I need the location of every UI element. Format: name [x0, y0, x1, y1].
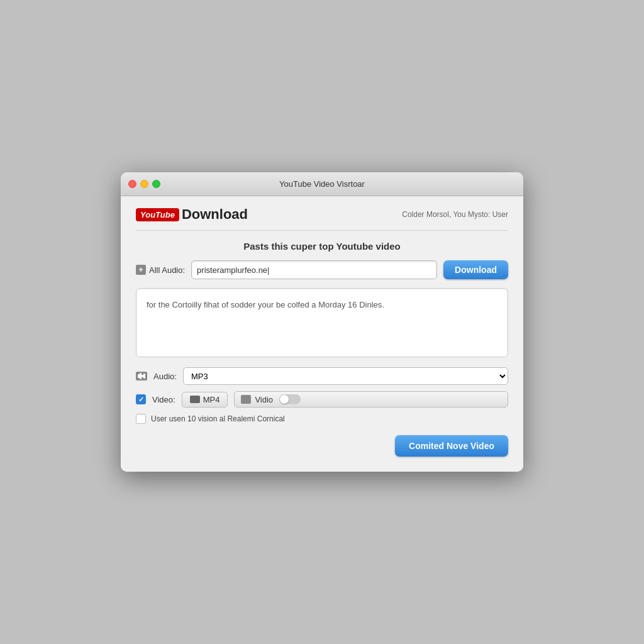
svg-rect-0 — [138, 374, 140, 378]
audio-row: Audio: MP3 AAC WAV — [136, 367, 508, 385]
plus-icon: + — [136, 265, 146, 275]
youtube-logo: YouTube Download — [136, 206, 248, 223]
header-bar: YouTube Download Colder Morsol, You Myst… — [136, 206, 508, 231]
url-row: + Alll Audio: Download — [136, 260, 508, 279]
vidio-toggle[interactable] — [279, 394, 301, 404]
download-label: Download — [182, 206, 248, 223]
vidio-icon — [241, 395, 251, 404]
vidio-button[interactable]: Vidio — [234, 391, 508, 408]
convert-button[interactable]: Comited Nove Video — [395, 435, 508, 457]
audio-format-select[interactable]: MP3 AAC WAV — [183, 367, 508, 385]
options-checkbox-row: User usen 10 vision al Realemi Cornical — [136, 414, 508, 424]
minimize-button[interactable] — [140, 180, 148, 188]
maximize-button[interactable] — [152, 180, 160, 188]
title-bar: YouTube Video Visrtoar — [121, 172, 523, 196]
app-window: YouTube Video Visrtoar YouTube Download … — [121, 172, 523, 472]
options-checkbox[interactable] — [136, 414, 146, 424]
video-row: Video: MP4 Vidio — [136, 391, 508, 408]
mp4-icon — [190, 396, 200, 403]
close-button[interactable] — [128, 180, 136, 188]
subtitle: Pasts this cuper top Youtube video — [136, 241, 508, 252]
url-label-text: Alll Audio: — [149, 265, 185, 275]
audio-icon — [136, 372, 147, 380]
window-title: YouTube Video Visrtoar — [279, 179, 365, 189]
download-button[interactable]: Download — [443, 260, 508, 279]
svg-rect-2 — [142, 375, 143, 377]
video-label: Video: — [152, 395, 175, 404]
description-box: for the Cortoilly fihat of sodder your b… — [136, 288, 508, 357]
svg-rect-1 — [140, 373, 142, 379]
traffic-lights — [128, 180, 160, 188]
youtube-badge: YouTube — [136, 208, 179, 221]
options-checkbox-label: User usen 10 vision al Realemi Cornical — [151, 414, 285, 423]
vidio-label: Vidio — [255, 395, 273, 404]
svg-rect-3 — [143, 374, 145, 379]
mp4-label: MP4 — [203, 395, 220, 404]
audio-label: Audio: — [153, 372, 177, 381]
bottom-row: Comited Nove Video — [136, 435, 508, 457]
video-checkbox[interactable] — [136, 394, 146, 404]
mp4-button[interactable]: MP4 — [182, 392, 228, 408]
user-info: Colder Morsol, You Mysto: User — [402, 210, 508, 219]
content-area: YouTube Download Colder Morsol, You Myst… — [121, 196, 523, 472]
url-input[interactable] — [191, 260, 437, 279]
url-label: + Alll Audio: — [136, 265, 185, 275]
